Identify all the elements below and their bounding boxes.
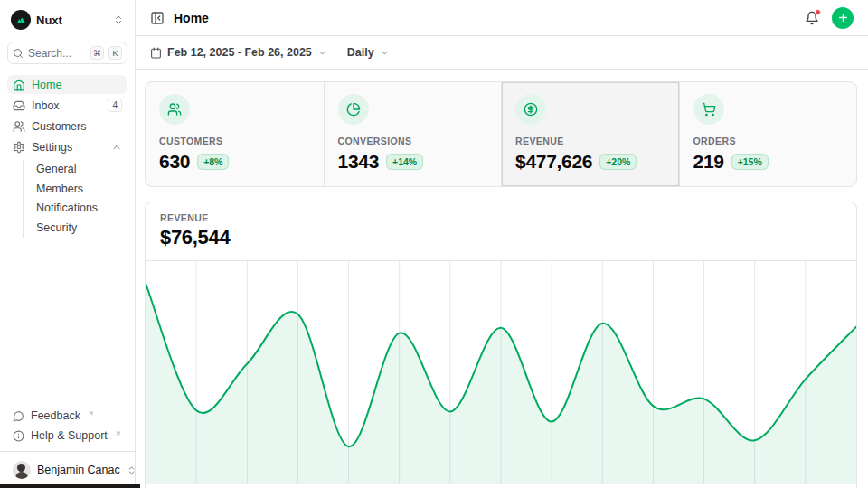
home-icon xyxy=(13,79,25,91)
chart-canvas xyxy=(146,261,856,483)
sidebar-nav: Home Inbox 4 Customers Settings xyxy=(7,75,127,238)
shopping-cart-icon xyxy=(693,94,724,125)
sidebar-item-label: Inbox xyxy=(32,99,60,112)
divider xyxy=(0,451,135,452)
stat-label: REVENUE xyxy=(515,136,665,146)
feedback-link[interactable]: Feedback xyxy=(7,406,127,426)
sidebar-item-home[interactable]: Home xyxy=(7,75,127,94)
date-range-picker[interactable]: Feb 12, 2025 - Feb 26, 2025 xyxy=(150,46,327,59)
main-area: Home Feb 12, 2025 - Feb 26, 2025 xyxy=(136,0,868,488)
users-icon xyxy=(13,120,25,133)
topbar-actions xyxy=(805,7,854,29)
inbox-icon xyxy=(13,99,25,112)
avatar xyxy=(13,461,31,479)
chevrons-up-down-icon xyxy=(113,14,124,25)
stat-value: 630 xyxy=(159,151,190,173)
stat-delta-badge: +14% xyxy=(386,154,423,170)
page-title: Home xyxy=(174,11,209,25)
date-range-label: Feb 12, 2025 - Feb 26, 2025 xyxy=(167,46,312,59)
help-support-label: Help & Support xyxy=(31,429,108,442)
feedback-label: Feedback xyxy=(31,409,80,422)
chart-header: REVENUE $76,544 xyxy=(146,202,856,261)
app-window: Nuxt Search... ⌘ K Home xyxy=(0,0,868,488)
stat-value: 219 xyxy=(693,151,724,173)
external-link-icon xyxy=(115,430,121,436)
stat-card-orders[interactable]: ORDERS 219 +15% xyxy=(679,82,857,186)
pie-chart-icon xyxy=(338,94,369,125)
search-input[interactable]: Search... ⌘ K xyxy=(7,42,127,64)
team-name: Nuxt xyxy=(36,14,62,27)
stat-label: CONVERSIONS xyxy=(338,136,488,146)
sidebar-item-general[interactable]: General xyxy=(24,160,127,180)
chart-value: $76,544 xyxy=(160,226,842,249)
calendar-icon xyxy=(150,47,162,59)
period-label: Daily xyxy=(347,46,374,59)
bottom-edge-strip xyxy=(0,484,140,488)
stat-label: CUSTOMERS xyxy=(159,136,310,146)
sidebar-item-notifications[interactable]: Notifications xyxy=(24,199,127,219)
stat-delta-badge: +8% xyxy=(197,154,229,170)
help-support-link[interactable]: Help & Support xyxy=(7,426,127,446)
gear-icon xyxy=(13,141,25,154)
chevron-up-icon xyxy=(111,142,122,153)
sidebar-item-customers[interactable]: Customers xyxy=(7,117,127,136)
chat-bubble-icon xyxy=(13,410,24,422)
search-icon xyxy=(13,48,24,59)
sidebar-footer: Feedback Help & Support Benjamin Canac xyxy=(7,406,127,481)
sidebar-item-security[interactable]: Security xyxy=(24,219,127,239)
revenue-chart-card: REVENUE $76,544 14 Feb16 Feb18 Feb20 Feb… xyxy=(145,202,857,488)
sidebar-item-label: Home xyxy=(32,79,61,91)
kbd-meta: ⌘ xyxy=(90,46,104,60)
notification-dot xyxy=(815,9,821,15)
stat-card-customers[interactable]: CUSTOMERS 630 +8% xyxy=(146,82,324,186)
sidebar-item-label: Customers xyxy=(32,120,86,133)
stat-delta-badge: +15% xyxy=(731,154,769,170)
info-circle-icon xyxy=(13,430,24,442)
dashboard-content: CUSTOMERS 630 +8% CONVERSIONS 1343 +14% xyxy=(136,70,868,488)
chart-label: REVENUE xyxy=(160,212,842,223)
add-button[interactable] xyxy=(832,7,854,29)
sidebar: Nuxt Search... ⌘ K Home xyxy=(0,0,136,488)
sidebar-item-settings[interactable]: Settings xyxy=(7,137,127,156)
nuxt-logo-icon xyxy=(11,10,31,30)
stat-card-conversions[interactable]: CONVERSIONS 1343 +14% xyxy=(324,82,502,186)
collapse-sidebar-icon[interactable] xyxy=(150,11,165,25)
stat-delta-badge: +20% xyxy=(599,154,637,170)
filters-toolbar: Feb 12, 2025 - Feb 26, 2025 Daily xyxy=(136,36,868,70)
chevron-down-icon xyxy=(380,48,390,58)
topbar: Home xyxy=(136,0,868,36)
kbd-k: K xyxy=(108,46,122,60)
user-name: Benjamin Canac xyxy=(37,464,120,476)
settings-subnav: General Members Notifications Security xyxy=(23,160,127,238)
team-switcher[interactable]: Nuxt xyxy=(7,7,127,33)
revenue-area-chart[interactable] xyxy=(146,261,856,484)
sidebar-item-members[interactable]: Members xyxy=(24,180,127,200)
stat-value: 1343 xyxy=(338,151,380,173)
search-placeholder: Search... xyxy=(28,47,86,60)
chevron-down-icon xyxy=(317,48,327,58)
users-icon xyxy=(159,94,190,125)
period-select[interactable]: Daily xyxy=(347,46,390,59)
inbox-count-badge: 4 xyxy=(108,99,122,112)
notifications-bell-icon[interactable] xyxy=(805,11,819,25)
stat-card-revenue[interactable]: REVENUE $477,626 +20% xyxy=(501,82,679,186)
sidebar-item-inbox[interactable]: Inbox 4 xyxy=(7,96,127,115)
external-link-icon xyxy=(88,410,94,417)
x-axis-labels: 14 Feb16 Feb18 Feb20 Feb22 Feb24 Feb xyxy=(146,484,856,488)
sidebar-item-label: Settings xyxy=(32,141,72,154)
stat-value: $477,626 xyxy=(515,151,592,173)
stats-row: CUSTOMERS 630 +8% CONVERSIONS 1343 +14% xyxy=(145,81,857,187)
stat-label: ORDERS xyxy=(693,136,844,146)
dollar-circle-icon xyxy=(515,94,546,125)
user-menu[interactable]: Benjamin Canac xyxy=(7,457,127,481)
